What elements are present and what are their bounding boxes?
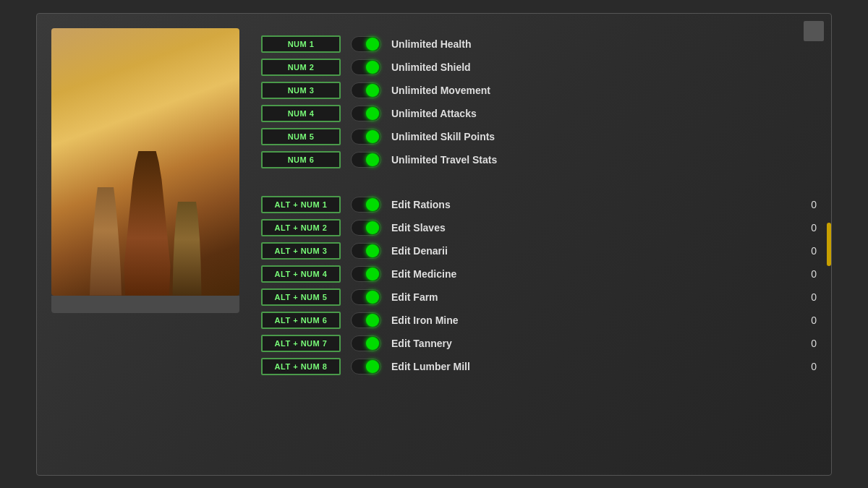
basic-cheat-row: NUM 4Unlimited Attacks [261, 105, 817, 122]
figure-left [86, 187, 126, 296]
toggle-switch[interactable] [351, 197, 381, 213]
cheat-label: Edit Slaves [391, 222, 792, 234]
cheat-value: 0 [802, 222, 817, 234]
cheat-value: 0 [802, 245, 817, 257]
cheat-value: 0 [802, 199, 817, 210]
cheat-label: Unlimited Travel Stats [391, 154, 817, 166]
game-cover [51, 28, 239, 296]
basic-cheat-row: NUM 5Unlimited Skill Points [261, 128, 817, 145]
edit-cheat-row: ALT + NUM 5Edit Farm0 [261, 288, 817, 306]
cheat-label: Unlimited Health [391, 38, 817, 50]
basic-cheat-row: NUM 6Unlimited Travel Stats [261, 151, 817, 168]
key-badge[interactable]: NUM 3 [261, 82, 341, 99]
cheat-label: Edit Denarii [391, 245, 792, 257]
figure-right [169, 202, 205, 296]
key-badge[interactable]: ALT + NUM 8 [261, 358, 341, 375]
cheat-label: Edit Iron Mine [391, 314, 792, 326]
edit-cheat-row: ALT + NUM 6Edit Iron Mine0 [261, 312, 817, 329]
cheat-value: 0 [802, 268, 817, 280]
cheat-label: Edit Farm [391, 291, 792, 303]
toggle-switch[interactable] [351, 335, 381, 351]
toggle-switch[interactable] [351, 243, 381, 259]
toggle-switch[interactable] [351, 220, 381, 236]
cheat-value: 0 [802, 314, 817, 326]
cheat-label: Unlimited Shield [391, 61, 817, 73]
key-badge[interactable]: ALT + NUM 7 [261, 335, 341, 352]
key-badge[interactable]: ALT + NUM 5 [261, 288, 341, 306]
key-badge[interactable]: NUM 4 [261, 105, 341, 122]
edit-cheat-row: ALT + NUM 8Edit Lumber Mill0 [261, 358, 817, 375]
cheat-label: Edit Tannery [391, 338, 792, 349]
key-badge[interactable]: ALT + NUM 1 [261, 196, 341, 213]
edit-cheat-row: ALT + NUM 4Edit Medicine0 [261, 265, 817, 283]
toggle-switch[interactable] [351, 36, 381, 52]
edit-cheat-row: ALT + NUM 1Edit Rations0 [261, 196, 817, 213]
main-window: NUM 1Unlimited HealthNUM 2Unlimited Shie… [36, 13, 832, 476]
toggle-switch[interactable] [351, 266, 381, 282]
edit-cheat-row: ALT + NUM 2Edit Slaves0 [261, 219, 817, 236]
cheat-label: Unlimited Movement [391, 85, 817, 96]
key-badge[interactable]: ALT + NUM 2 [261, 219, 341, 236]
basic-cheat-row: NUM 3Unlimited Movement [261, 82, 817, 99]
edit-cheat-row: ALT + NUM 7Edit Tannery0 [261, 335, 817, 352]
cheat-label: Edit Rations [391, 199, 792, 210]
toggle-switch[interactable] [351, 82, 381, 98]
key-badge[interactable]: NUM 6 [261, 151, 341, 168]
basic-cheats-section: NUM 1Unlimited HealthNUM 2Unlimited Shie… [261, 35, 817, 174]
edit-cheat-row: ALT + NUM 3Edit Denarii0 [261, 242, 817, 260]
key-badge[interactable]: ALT + NUM 3 [261, 242, 341, 260]
basic-cheat-row: NUM 1Unlimited Health [261, 35, 817, 53]
cheat-label: Unlimited Attacks [391, 108, 817, 119]
toggle-switch[interactable] [351, 59, 381, 75]
key-badge[interactable]: NUM 5 [261, 128, 341, 145]
key-badge[interactable]: NUM 2 [261, 59, 341, 76]
toggle-switch[interactable] [351, 359, 381, 374]
figure-main [119, 151, 176, 296]
close-button[interactable] [804, 21, 824, 41]
trainer-label-box [51, 296, 239, 313]
toggle-switch[interactable] [351, 106, 381, 121]
cheat-label: Edit Medicine [391, 268, 792, 280]
cheat-label: Edit Lumber Mill [391, 361, 792, 372]
edit-cheats-section: ALT + NUM 1Edit Rations0ALT + NUM 2Edit … [261, 196, 817, 381]
cheat-label: Unlimited Skill Points [391, 131, 817, 142]
toggle-switch[interactable] [351, 129, 381, 145]
cover-figures [51, 108, 239, 296]
key-badge[interactable]: ALT + NUM 6 [261, 312, 341, 329]
cheat-value: 0 [802, 338, 817, 349]
cheat-value: 0 [802, 291, 817, 303]
cheat-value: 0 [802, 361, 817, 372]
scroll-indicator [827, 223, 831, 266]
basic-cheat-row: NUM 2Unlimited Shield [261, 59, 817, 76]
left-panel [51, 28, 239, 461]
key-badge[interactable]: ALT + NUM 4 [261, 265, 341, 283]
toggle-switch[interactable] [351, 152, 381, 168]
toggle-switch[interactable] [351, 312, 381, 328]
right-panel: NUM 1Unlimited HealthNUM 2Unlimited Shie… [261, 28, 817, 461]
toggle-switch[interactable] [351, 289, 381, 305]
key-badge[interactable]: NUM 1 [261, 35, 341, 53]
